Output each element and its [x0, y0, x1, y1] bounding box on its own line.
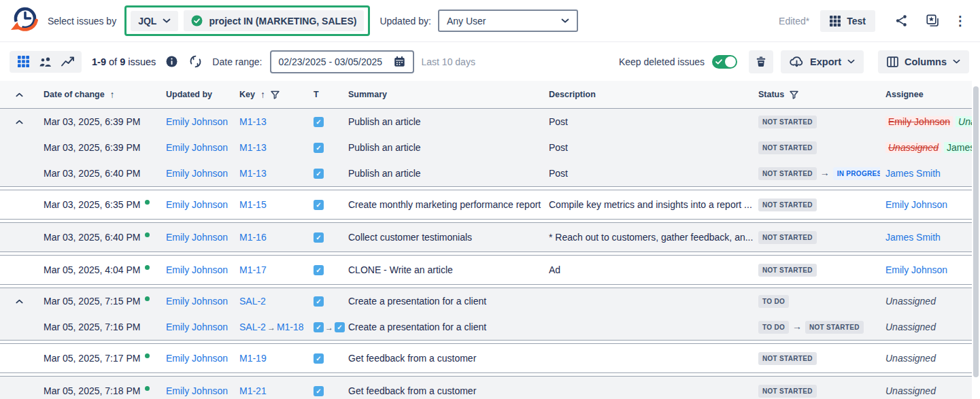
collapse-all-button[interactable] — [0, 92, 38, 97]
summary-cell: Get feedback from a customer — [343, 385, 543, 396]
columns-button[interactable]: Columns — [878, 50, 969, 73]
date-of-change-cell: Mar 03, 2025, 6:39 PM — [38, 116, 160, 127]
task-type-checkbox[interactable]: ✓ — [314, 296, 324, 307]
export-button[interactable]: Export — [781, 50, 864, 73]
column-header-description[interactable]: Description — [543, 90, 753, 99]
updated-by-cell: Emily Johnson — [160, 264, 234, 275]
column-header-updated-by[interactable]: Updated by — [160, 90, 234, 99]
filter-icon[interactable] — [271, 90, 280, 99]
grid-view-button[interactable] — [15, 55, 31, 69]
status-cell: NOT STARTED — [753, 231, 880, 244]
refresh-button[interactable] — [187, 55, 203, 69]
column-header-type[interactable]: T — [305, 90, 343, 99]
issue-key-cell: M1-15 — [234, 199, 305, 210]
task-type-checkbox[interactable]: ✓ — [314, 232, 324, 243]
issue-key-cell: M1-13 — [234, 142, 305, 153]
issue-key-link[interactable]: M1-18 — [277, 322, 304, 332]
jql-mode-dropdown[interactable]: JQL — [131, 11, 178, 31]
assignee-link[interactable]: Emily Johnson — [885, 264, 947, 275]
saved-reports-button[interactable] — [920, 10, 945, 32]
column-header-status[interactable]: Status — [753, 90, 880, 99]
updated-by-user-link[interactable]: Emily Johnson — [166, 116, 228, 127]
assignee-link[interactable]: Emily Johnson — [885, 199, 947, 210]
info-button[interactable] — [163, 55, 180, 69]
updated-by-user-link[interactable]: Emily Johnson — [166, 353, 228, 364]
filter-icon[interactable] — [790, 90, 798, 99]
export-cloud-icon — [790, 56, 804, 67]
keep-deleted-label: Keep deleted issues — [619, 56, 705, 67]
issue-key-link[interactable]: M1-15 — [239, 199, 267, 210]
issue-key-link[interactable]: M1-16 — [239, 232, 267, 243]
assignee-link[interactable]: James Smith — [885, 168, 941, 179]
updated-by-user-link[interactable]: Emily Johnson — [166, 168, 228, 179]
share-button[interactable] — [889, 10, 913, 32]
task-type-checkbox[interactable]: ✓ — [314, 386, 324, 396]
test-report-button[interactable]: Test — [820, 10, 875, 32]
task-type-checkbox[interactable]: ✓ — [314, 169, 324, 179]
updated-by-select[interactable]: Any User — [438, 10, 578, 32]
issue-key-cell: M1-17 — [234, 264, 305, 275]
date-of-change-cell: Mar 05, 2025, 7:15 PM — [38, 296, 160, 307]
users-view-button[interactable] — [37, 55, 54, 69]
change-date: Mar 03, 2025, 6:40 PM — [44, 232, 140, 243]
issue-key-link[interactable]: M1-13 — [239, 168, 267, 179]
collapse-group-button[interactable] — [0, 120, 38, 124]
column-header-date-label: Date of change — [44, 90, 105, 99]
issue-key-cell: M1-13 — [234, 116, 305, 127]
task-type-checkbox[interactable]: ✓ — [314, 353, 324, 364]
updated-by-user-link[interactable]: Emily Johnson — [166, 199, 228, 210]
table-row: Mar 03, 2025, 6:39 PMEmily JohnsonM1-13✓… — [0, 109, 972, 135]
row-group: Mar 03, 2025, 6:40 PMEmily JohnsonM1-16✓… — [0, 222, 972, 252]
issue-key-link[interactable]: M1-13 — [239, 116, 267, 127]
updated-by-user-link[interactable]: Emily Johnson — [166, 296, 228, 307]
updated-by-user-link[interactable]: Emily Johnson — [166, 232, 228, 243]
sort-ascending-icon[interactable]: ↑ — [260, 89, 265, 100]
column-header-key[interactable]: Key ↑ — [234, 89, 305, 100]
issues-of: of — [109, 56, 117, 67]
date-of-change-cell: Mar 03, 2025, 6:35 PM — [38, 199, 160, 210]
table-row: Mar 05, 2025, 7:17 PMEmily JohnsonM1-19✓… — [0, 344, 972, 372]
collapse-group-button[interactable] — [0, 299, 38, 304]
status-cell: NOT STARTED — [753, 385, 880, 398]
task-type-checkbox[interactable]: ✓ — [314, 117, 324, 127]
column-header-summary[interactable]: Summary — [343, 90, 543, 99]
sort-ascending-icon[interactable]: ↑ — [110, 89, 115, 100]
updated-by-user-link[interactable]: Emily Johnson — [166, 322, 228, 332]
column-header-date[interactable]: Date of change ↑ — [38, 89, 160, 100]
task-type-checkbox[interactable]: ✓ — [314, 265, 324, 275]
delete-button[interactable] — [749, 50, 773, 73]
updated-by-user-link[interactable]: Emily Johnson — [166, 385, 228, 396]
column-header-assignee[interactable]: Assignee — [880, 90, 972, 99]
issue-key-link[interactable]: M1-21 — [239, 385, 267, 396]
issue-key-link[interactable]: M1-19 — [239, 353, 267, 364]
updated-by-user-link[interactable]: Emily Johnson — [166, 264, 228, 275]
assignee-value: Unassigned — [885, 322, 936, 332]
task-type-checkbox[interactable]: ✓ — [314, 200, 324, 210]
assignee-cell: Unassigned — [880, 322, 972, 332]
top-bar: Select issues by JQL project IN (MARKETI… — [0, 0, 980, 42]
more-options-button[interactable]: ⋮ — [951, 10, 969, 32]
date-range-input[interactable]: 02/23/2025 - 03/05/2025 — [270, 50, 414, 73]
description-cell: Ad — [543, 264, 753, 275]
updated-by-user-link[interactable]: Emily Johnson — [166, 142, 228, 153]
task-type-checkbox[interactable]: ✓ — [314, 143, 324, 153]
task-type-checkbox[interactable]: ✓ — [314, 322, 324, 332]
chart-view-button[interactable] — [60, 55, 76, 69]
assignee-cell: Emily JohnsonUnassigned — [880, 116, 972, 127]
vertical-scrollbar[interactable] — [973, 86, 979, 377]
assignee-link[interactable]: James Smith — [885, 232, 941, 243]
jql-query-field[interactable]: project IN (MARKETING, SALES) — [184, 10, 364, 31]
assignee-old-value: Emily Johnson — [885, 116, 953, 127]
description-cell: Compile key metrics and insights into a … — [543, 199, 753, 210]
toggle-check-icon — [715, 59, 722, 65]
grid-icon — [830, 16, 841, 27]
columns-button-label: Columns — [905, 56, 947, 67]
assignee-cell: UnassignedJames Smith — [880, 142, 972, 153]
keep-deleted-toggle[interactable] — [712, 55, 737, 69]
issue-key-link[interactable]: M1-17 — [239, 264, 267, 275]
issue-key-link[interactable]: SAL-2 — [239, 296, 266, 307]
issue-key-link[interactable]: SAL-2 — [239, 322, 266, 332]
date-range-value: 02/23/2025 - 03/05/2025 — [279, 56, 383, 67]
issue-key-link[interactable]: M1-13 — [239, 142, 267, 153]
grid-view-icon — [18, 56, 29, 67]
